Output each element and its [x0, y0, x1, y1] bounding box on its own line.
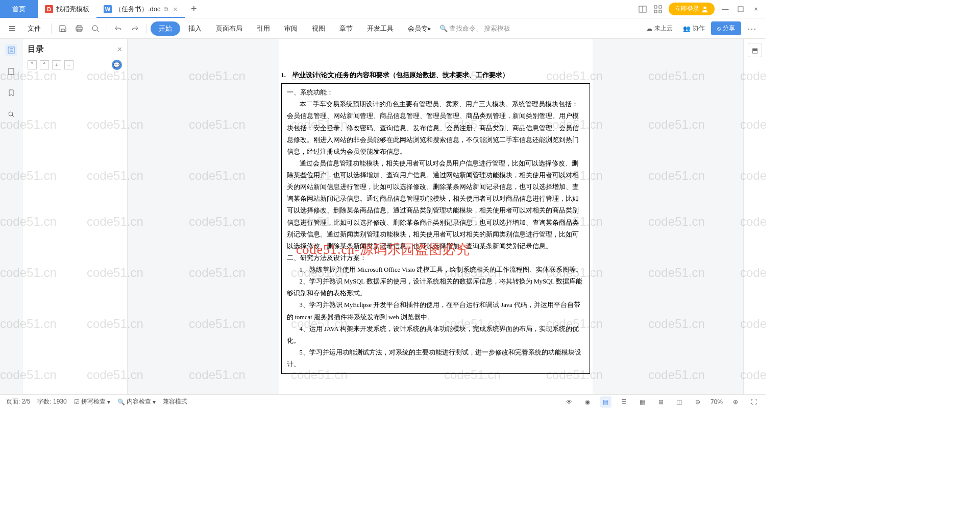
main: 目录 × ˅ ˄ + − 💬 1. 毕业设计(论文)任务的内容和要求（包括原始数…: [0, 39, 766, 394]
zoom-out-icon[interactable]: ⊖: [692, 396, 703, 408]
page-indicator[interactable]: 页面: 2/5: [6, 397, 30, 406]
tabs: 首页 D 找稻壳模板 W （任务书）.doc ⧉ × +: [0, 0, 633, 18]
tab-document-label: （任务书）.doc: [115, 5, 161, 14]
s1-title: 一、系统功能：: [287, 87, 584, 99]
menu-review[interactable]: 审阅: [278, 21, 304, 36]
right-panel-toggle-icon[interactable]: ⬒: [748, 43, 762, 57]
outline-title: 目录: [28, 44, 44, 55]
zoom-in-icon[interactable]: ⊕: [730, 396, 741, 408]
print-preview-icon[interactable]: [88, 21, 103, 36]
maximize-icon[interactable]: [736, 5, 745, 14]
statusbar: 页面: 2/5 字数: 1930 ☑拼写检查 ▾ 🔍内容检查 ▾ 兼容模式 👁 …: [0, 394, 766, 409]
svg-rect-7: [738, 7, 743, 12]
close-tab-icon[interactable]: ×: [174, 5, 178, 13]
doc-heading: 1. 毕业设计(论文)任务的内容和要求（包括原始数据、技术要求、工作要求）: [281, 69, 590, 81]
tab-template[interactable]: D 找稻壳模板: [38, 0, 96, 18]
menu-layout[interactable]: 页面布局: [210, 21, 249, 36]
tab-home[interactable]: 首页: [0, 0, 38, 18]
docer-icon: D: [45, 5, 53, 13]
grid-icon[interactable]: [653, 5, 663, 14]
login-label: 立即登录: [675, 5, 699, 13]
s1-p1: 本二手车交易系统预期设计的角色主要有管理员、卖家、用户三大模块。系统管理员模块包…: [287, 99, 584, 158]
tab-template-label: 找稻壳模板: [56, 5, 89, 14]
s2-3: 3、学习并熟识 MyEclipse 开发平台和插件的使用，在平台运行和调试 Ja…: [287, 299, 584, 323]
outline-collapse-icon[interactable]: ˄: [40, 60, 49, 69]
svg-line-16: [97, 30, 99, 32]
more-menu-icon[interactable]: ⋯: [743, 23, 761, 34]
document-page: 1. 毕业设计(论文)任务的内容和要求（包括原始数据、技术要求、工作要求） 一、…: [279, 39, 593, 394]
menu-ref[interactable]: 引用: [251, 21, 276, 36]
close-window-icon[interactable]: ×: [751, 5, 761, 14]
thumbnail-nav-icon[interactable]: [5, 65, 17, 78]
outline-add-icon[interactable]: +: [52, 60, 61, 69]
minimize-icon[interactable]: —: [721, 5, 730, 14]
close-panel-icon[interactable]: ×: [117, 45, 122, 54]
outline-expand-icon[interactable]: ˅: [28, 60, 37, 69]
spell-check[interactable]: ☑拼写检查 ▾: [74, 397, 110, 406]
bookmark-nav-icon[interactable]: [5, 87, 17, 99]
redo-icon[interactable]: [128, 21, 142, 36]
compat-mode[interactable]: 兼容模式: [163, 397, 187, 406]
content-check[interactable]: 🔍内容检查 ▾: [117, 397, 156, 406]
save-icon[interactable]: [56, 21, 70, 36]
s2-4: 4、运用 JAVA 构架来开发系统，设计系统的具体功能模块，完成系统界面的布局，…: [287, 323, 584, 347]
login-button[interactable]: 立即登录: [669, 3, 715, 15]
svg-rect-11: [61, 29, 64, 32]
svg-rect-4: [654, 10, 657, 13]
menu-view[interactable]: 视图: [306, 21, 331, 36]
menu-devtools[interactable]: 开发工具: [361, 21, 400, 36]
s2-2: 2、学习并熟识 MySQL 数据库的使用，设计系统相关的数据库信息，将其转换为 …: [287, 276, 584, 299]
svg-point-6: [703, 6, 706, 9]
page-view-icon[interactable]: ▤: [600, 396, 611, 408]
word-doc-icon: W: [104, 5, 112, 13]
outline-remove-icon[interactable]: −: [64, 60, 74, 69]
outline-view-icon[interactable]: ☰: [619, 396, 630, 408]
s2-5: 5、学习并运用功能测试方法，对系统的主要功能进行测试，进一步修改和完善系统的功能…: [287, 347, 584, 370]
svg-rect-3: [659, 6, 662, 8]
svg-rect-2: [654, 6, 657, 8]
s1-p2: 通过会员信息管理功能模块，相关使用者可以对会员用户信息进行管理，比如可以选择修改…: [287, 158, 584, 252]
cloud-status[interactable]: ☁未上云: [642, 22, 677, 35]
menu-file[interactable]: 文件: [21, 21, 47, 36]
menu-start[interactable]: 开始: [151, 21, 180, 36]
svg-point-22: [9, 112, 13, 116]
document-area[interactable]: 1. 毕业设计(论文)任务的内容和要求（包括原始数据、技术要求、工作要求） 一、…: [128, 39, 743, 394]
eye-icon[interactable]: 👁: [564, 396, 575, 408]
chat-icon[interactable]: 💬: [112, 60, 122, 70]
share-button[interactable]: ⎋分享: [711, 21, 741, 35]
reading-view-icon[interactable]: ▦: [637, 396, 648, 408]
undo-icon[interactable]: [111, 21, 126, 36]
tab-document[interactable]: W （任务书）.doc ⧉ ×: [96, 0, 185, 18]
menu-insert[interactable]: 插入: [182, 21, 208, 36]
right-sidebar: ⬒: [743, 39, 766, 394]
left-sidebar: [0, 39, 22, 394]
menubar: 文件 开始 插入 页面布局 引用 审阅 视图 章节 开发工具 会员专▸ 🔍查找命…: [0, 18, 766, 39]
zoom-level[interactable]: 70%: [710, 398, 723, 406]
fullscreen-icon[interactable]: ⛶: [748, 396, 760, 408]
doc-box: 一、系统功能： 本二手车交易系统预期设计的角色主要有管理员、卖家、用户三大模块。…: [281, 83, 590, 374]
titlebar: 首页 D 找稻壳模板 W （任务书）.doc ⧉ × + 立即登录 — ×: [0, 0, 766, 18]
s2-1: 1、熟练掌握并使用 Microsoft Office Visio 建模工具，绘制…: [287, 264, 584, 276]
layout-icon[interactable]: [638, 5, 647, 14]
svg-rect-5: [659, 10, 662, 13]
task-pane-icon[interactable]: ◫: [674, 396, 685, 408]
print-icon[interactable]: [72, 21, 86, 36]
focus-icon[interactable]: ◉: [582, 396, 593, 408]
menu-member[interactable]: 会员专▸: [402, 21, 437, 36]
outline-panel: 目录 × ˅ ˄ + − 💬: [22, 39, 128, 394]
s2-title: 二、研究方法及设计方案：: [287, 252, 584, 264]
coop-button[interactable]: 👥协作: [679, 22, 709, 35]
window-controls: 立即登录 — ×: [633, 0, 766, 18]
hamburger-icon[interactable]: [5, 21, 19, 36]
web-view-icon[interactable]: ⊞: [655, 396, 667, 408]
word-count[interactable]: 字数: 1930: [37, 397, 66, 406]
search-nav-icon[interactable]: [5, 108, 17, 121]
outline-nav-icon[interactable]: [5, 44, 17, 56]
svg-line-23: [12, 115, 14, 117]
svg-rect-21: [9, 68, 14, 75]
duplicate-tab-icon[interactable]: ⧉: [164, 6, 168, 13]
svg-point-15: [92, 26, 97, 31]
command-search[interactable]: 🔍查找命令、搜索模板: [439, 24, 510, 33]
new-tab-button[interactable]: +: [185, 0, 203, 18]
menu-chapter[interactable]: 章节: [333, 21, 359, 36]
